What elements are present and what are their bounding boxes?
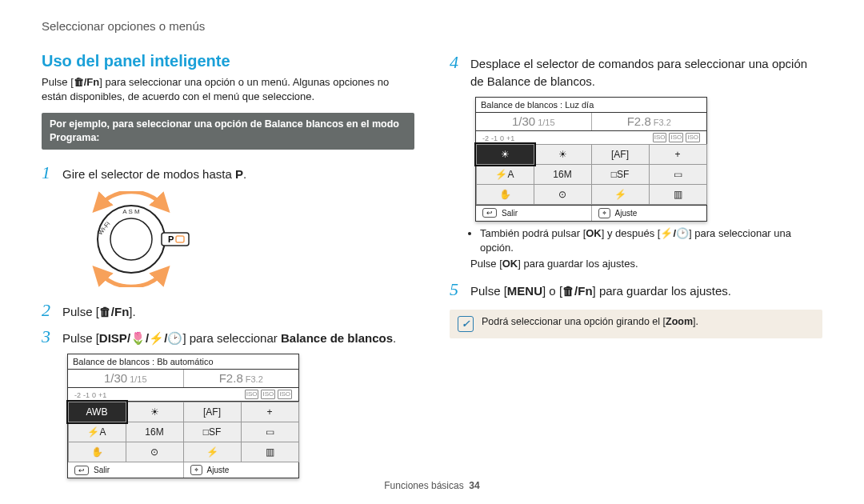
note-icon: ✓	[458, 316, 474, 332]
step1-b: .	[243, 167, 246, 181]
note-text: Podrá seleccionar una opción girando el …	[482, 316, 698, 327]
grid-icon: ☀	[126, 402, 184, 422]
grid-icon: □SF	[591, 164, 650, 185]
step-number: 4	[450, 52, 470, 71]
shutter-sub: 1/15	[538, 118, 554, 127]
mode-p-icon: P	[235, 167, 243, 181]
lcd-panel-daylight: Balance de blancos : Luz día 1/30 1/15 F…	[475, 97, 707, 222]
iso-chip: ISO	[261, 390, 275, 399]
mode-dial-illustration: A S M Wi-Fi P	[67, 191, 195, 287]
panel-status-row: 1/30 1/15 F2.8 F3.2	[476, 113, 706, 131]
step3-a: Pulse [	[62, 331, 99, 345]
step5-b: ] o [	[542, 284, 562, 298]
svg-point-1	[110, 218, 152, 260]
adjust-label: Ajuste	[615, 209, 638, 218]
step3-b: ] para seleccionar	[182, 331, 281, 345]
grid-icon: ▭	[649, 164, 707, 185]
note-box: ✓ Podrá seleccionar una opción girando e…	[450, 310, 822, 338]
breadcrumb: Seleccionar opciones o menús	[42, 19, 822, 33]
trash-fn-icon: 🗑/Fn	[74, 76, 100, 88]
shutter-value: 1/30	[512, 114, 535, 128]
step-1: 1 Gire el selector de modos hasta P.	[42, 162, 414, 183]
grid-icon: ⚡	[183, 442, 242, 462]
iso-chip: ISO	[245, 390, 259, 399]
grid-icon: ▥	[649, 184, 707, 205]
step3-c: .	[393, 331, 396, 345]
ev-l: -2	[482, 134, 489, 142]
ev-m1: -1	[491, 134, 498, 142]
ok-icon: OK	[502, 258, 518, 270]
ev-l: -2	[74, 391, 81, 399]
iso-chip: ISO	[669, 133, 683, 142]
bullet-2: Pulse [OK] para guardar los ajustes.	[470, 257, 822, 271]
grid-icon: ⚡	[591, 184, 650, 205]
ok-icon: OK	[586, 227, 602, 239]
panel-gauge-row: -2 -1 0 +1 ISO ISO ISO	[476, 131, 706, 145]
step2-b: ].	[129, 305, 135, 318]
step-number: 1	[42, 162, 62, 182]
grid-icon: ⊙	[534, 184, 592, 205]
iso-chip: ISO	[278, 390, 292, 399]
grid-daylight: ☀	[476, 144, 534, 165]
aperture-value: F2.8	[627, 114, 651, 128]
panel-icon-grid: ☀ ☀ [AF] + ⚡A 16M □SF ▭ ✋ ⊙ ⚡ ▥	[476, 145, 706, 205]
trash-fn-icon: 🗑/Fn	[99, 305, 130, 318]
panel-bottom-row: ↩Salir ⌖Ajuste	[68, 462, 298, 478]
left-column: Uso del panel inteligente Pulse [🗑/Fn] p…	[42, 52, 414, 483]
trash-fn-icon: 🗑/Fn	[562, 284, 593, 298]
intro-a: Pulse [	[42, 76, 74, 88]
svg-text:P: P	[168, 234, 174, 244]
footer-section: Funciones básicas	[384, 480, 463, 491]
aperture-value: F2.8	[219, 371, 243, 385]
step-3: 3 Pulse [DISP/🌷/⚡/🕑] para seleccionar Ba…	[42, 326, 414, 347]
grid-icon: ✋	[68, 442, 126, 462]
svg-rect-4	[162, 233, 189, 246]
ev-p1: +1	[506, 134, 514, 142]
back-key-icon: ↩	[74, 466, 89, 475]
step5-c: ] para guardar los ajustes.	[593, 284, 731, 298]
grid-icon: ⊙	[126, 442, 184, 462]
shutter-sub: 1/15	[130, 374, 146, 384]
intro-text: Pulse [🗑/Fn] para seleccionar una opción…	[42, 75, 414, 103]
grid-icon: ▭	[241, 422, 299, 442]
step-2: 2 Pulse [🗑/Fn].	[42, 300, 414, 321]
bullet-1: También podrá pulsar [OK] y después [⚡/🕑…	[480, 226, 822, 255]
aperture-sub: F3.2	[246, 374, 263, 384]
page-footer: Funciones básicas 34	[0, 480, 864, 491]
svg-text:A S M: A S M	[122, 208, 140, 215]
section-title: Uso del panel inteligente	[42, 52, 414, 70]
aperture-sub: F3.2	[654, 118, 671, 127]
grid-icon: ⚡A	[476, 164, 534, 185]
step2-a: Pulse [	[62, 305, 99, 318]
zoom-label: Zoom	[666, 316, 693, 327]
grid-icon: [AF]	[591, 144, 650, 165]
flash-clock-icon: ⚡/🕑	[660, 227, 689, 239]
sub-bullets: También podrá pulsar [OK] y después [⚡/🕑…	[470, 226, 822, 272]
step5-a: Pulse [	[470, 284, 507, 298]
adjust-label: Ajuste	[207, 466, 230, 474]
grid-icon: 16M	[126, 422, 184, 442]
grid-icon: 16M	[534, 164, 592, 185]
iso-chip: ISO	[653, 133, 667, 142]
grid-icon: [AF]	[183, 402, 242, 422]
ev-p1: +1	[98, 391, 106, 399]
step4-text: Desplace el selector de comandos para se…	[470, 52, 822, 90]
step3-bold: Balance de blancos	[281, 331, 393, 345]
grid-icon: +	[241, 402, 299, 422]
ev-m1: -1	[83, 391, 90, 399]
panel-gauge-row: -2 -1 0 +1 ISO ISO ISO	[68, 388, 298, 402]
example-box: Por ejemplo, para seleccionar una opción…	[42, 113, 414, 150]
panel-title: Balance de blancos : Luz día	[476, 98, 706, 113]
panel-bottom-row: ↩Salir ⌖Ajuste	[476, 205, 706, 221]
nav-icons: /🌷/⚡/🕑	[127, 331, 183, 345]
back-key-icon: ↩	[482, 208, 497, 218]
grid-icon: +	[649, 144, 707, 165]
grid-awb: AWB	[68, 402, 126, 422]
shutter-value: 1/30	[104, 371, 127, 385]
scroll-key-icon: ⌖	[190, 465, 202, 475]
grid-icon: ✋	[476, 184, 534, 205]
ev-0: 0	[92, 391, 96, 399]
page-number: 34	[469, 480, 479, 491]
grid-icon: □SF	[183, 422, 242, 442]
grid-icon: ⚡A	[68, 422, 126, 442]
